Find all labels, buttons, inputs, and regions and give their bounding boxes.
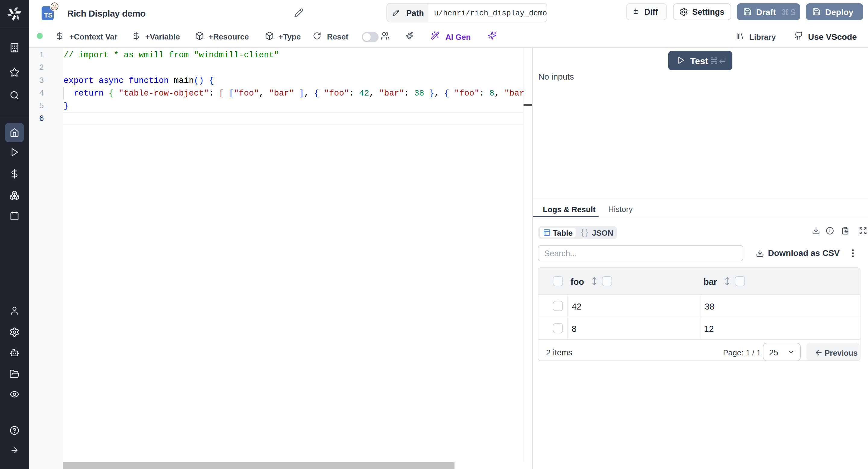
svg-text:TS: TS: [44, 11, 53, 19]
